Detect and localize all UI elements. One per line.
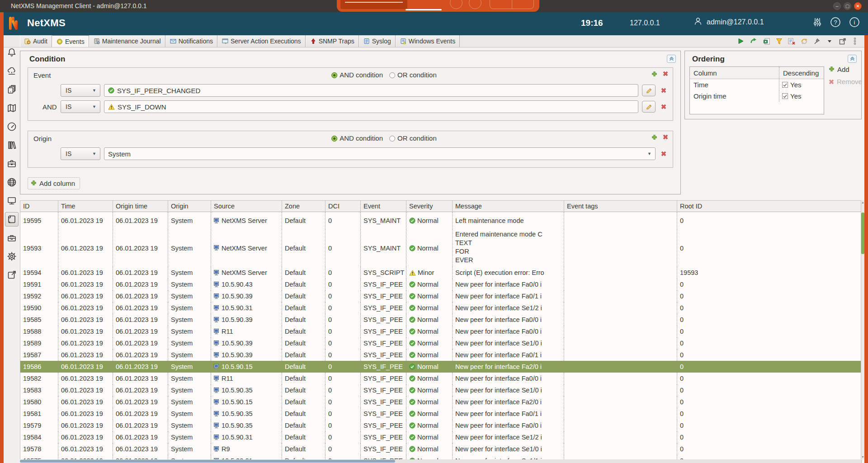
operator-dropdown[interactable]: IS▼ [61,147,100,160]
operator-dropdown[interactable]: IS▼ [61,100,100,113]
sidebar-item-toolbox[interactable] [5,231,19,245]
help-icon[interactable]: ? [830,17,841,29]
sliders-icon[interactable] [813,17,822,29]
resume-icon[interactable] [750,37,758,45]
minimize-button[interactable]: – [833,2,841,10]
add-condition-icon[interactable] [651,71,657,77]
or-condition-radio[interactable]: OR condition [389,71,437,79]
chevron-down-icon[interactable]: ▼ [647,151,651,156]
and-condition-radio[interactable]: AND condition [331,71,383,79]
sidebar-item-cloud[interactable] [5,64,19,78]
tab-windows-events[interactable]: Windows Events [396,35,460,47]
edit-condition-button[interactable] [642,85,656,96]
ordering-col-header-descending[interactable]: Descending [779,69,824,77]
refresh-icon[interactable] [800,37,808,45]
collapse-panel-icon[interactable] [848,55,857,63]
column-header-severity[interactable]: Severity [406,201,453,212]
play-icon[interactable] [737,37,745,45]
close-button[interactable]: ✕ [854,2,862,10]
column-header-source[interactable]: Source [211,201,282,212]
table-row[interactable]: 1958506.01.2023 1906.01.2023 19System10.… [20,314,862,326]
column-header-origin[interactable]: Origin [168,201,211,212]
sidebar-item-gear[interactable] [5,249,19,264]
descending-checkbox[interactable] [782,93,788,99]
remove-group-icon[interactable] [663,134,668,140]
condition-value-field[interactable]: SYS_IF_DOWN [104,100,638,113]
ordering-row[interactable]: TimeYes [690,79,824,90]
sidebar-item-log-scroll[interactable] [5,212,19,227]
column-header-root-id[interactable]: Root ID [677,201,862,212]
sidebar-item-share[interactable] [5,268,19,282]
add-column-button[interactable]: Add column [28,177,80,189]
table-row[interactable]: 1959106.01.2023 1906.01.2023 19System10.… [20,279,862,290]
pin-icon[interactable] [813,37,821,45]
table-row[interactable]: 1959206.01.2023 1906.01.2023 19System10.… [20,290,862,302]
tab-audit[interactable]: Audit [20,35,52,47]
sidebar-item-windows-stack[interactable] [5,82,19,97]
overlay-rect-button[interactable] [490,0,534,9]
table-row[interactable]: 1958606.01.2023 1906.01.2023 19System10.… [20,361,862,373]
descending-checkbox[interactable] [782,82,788,88]
vertical-scrollbar[interactable]: ▲ ▼ [861,200,864,459]
table-row[interactable]: 1959006.01.2023 1906.01.2023 19System10.… [20,302,862,314]
remove-condition-icon[interactable] [659,104,668,109]
ordering-col-header-column[interactable]: Column [690,67,779,79]
horizontal-scrollbar-thumb[interactable] [20,460,395,463]
table-row[interactable]: 1958406.01.2023 1906.01.2023 19System10.… [20,431,862,443]
table-row[interactable]: 1957806.01.2023 1906.01.2023 19SystemR9D… [20,443,862,455]
vertical-scrollbar-thumb[interactable] [861,213,864,254]
add-condition-icon[interactable] [651,134,657,140]
ordering-row[interactable]: Origin timeYes [690,90,824,102]
ordering-add-button[interactable]: Add [829,66,862,73]
sidebar-item-globe[interactable] [5,175,19,189]
operator-dropdown[interactable]: IS▼ [61,84,100,97]
table-row[interactable]: 1959406.01.2023 1906.01.2023 19SystemNet… [20,267,862,279]
ordering-remove-button[interactable]: Remove [829,78,862,85]
sidebar-item-books[interactable] [5,138,19,152]
or-condition-radio[interactable]: OR condition [389,134,437,142]
table-row[interactable]: 1958706.01.2023 1906.01.2023 19System10.… [20,349,862,361]
table-row[interactable]: 1958306.01.2023 1906.01.2023 19System10.… [20,384,862,396]
table-row[interactable]: 1958106.01.2023 1906.01.2023 19System10.… [20,408,862,420]
column-header-id[interactable]: ID [20,201,58,212]
tab-syslog[interactable]: Syslog [359,35,396,47]
condition-value-field[interactable]: SYS_IF_PEER_CHANGED [104,84,638,97]
remove-condition-icon[interactable] [659,88,668,93]
column-header-origin-time[interactable]: Origin time [113,201,168,212]
column-header-time[interactable]: Time [58,201,113,212]
dropdown-caret-icon[interactable] [826,37,834,45]
overlay-circle-button[interactable] [450,0,462,9]
sidebar-item-briefcase[interactable] [5,156,19,171]
column-header-zone[interactable]: Zone [282,201,326,212]
sidebar-item-map[interactable] [5,101,19,115]
column-header-event[interactable]: Event [361,201,406,212]
column-header-event-tags[interactable]: Event tags [564,201,677,212]
export-excel-icon[interactable] [762,37,770,45]
column-header-message[interactable]: Message [453,201,564,212]
overflow-menu-icon[interactable] [851,37,859,45]
tab-snmp-traps[interactable]: SNMP Traps [306,35,359,47]
maximize-button[interactable]: ▢ [844,2,851,10]
horizontal-scrollbar[interactable] [20,459,861,463]
condition-value-field[interactable]: System▼ [104,147,656,160]
tab-maintenance-journal[interactable]: Maintenance Journal [89,35,165,47]
tab-events[interactable]: Events [52,35,89,47]
column-header-dci[interactable]: DCI [326,201,361,212]
table-row[interactable]: 1957906.01.2023 1906.01.2023 19System10.… [20,420,862,431]
tab-notifications[interactable]: Notifications [165,35,217,47]
table-row[interactable]: 1958906.01.2023 1906.01.2023 19System10.… [20,337,862,349]
filter-icon[interactable] [775,37,783,45]
clear-filter-icon[interactable] [788,37,796,45]
overlay-circle-button[interactable] [469,0,481,9]
collapse-panel-icon[interactable] [667,55,676,63]
table-row[interactable]: 1958806.01.2023 1906.01.2023 19SystemR11… [20,326,862,337]
table-row[interactable]: 1958206.01.2023 1906.01.2023 19SystemR11… [20,373,862,384]
info-icon[interactable]: i [849,17,860,29]
sidebar-item-monitor[interactable] [5,194,19,208]
tab-server-action-executions[interactable]: Server Action Executions [217,35,306,47]
table-row[interactable]: 1958006.01.2023 1906.01.2023 19System10.… [20,396,862,408]
remove-group-icon[interactable] [663,71,668,77]
remove-condition-icon[interactable] [659,151,668,156]
open-external-icon[interactable] [838,37,846,45]
table-row[interactable]: 1959306.01.2023 1906.01.2023 19SystemNet… [20,229,862,267]
